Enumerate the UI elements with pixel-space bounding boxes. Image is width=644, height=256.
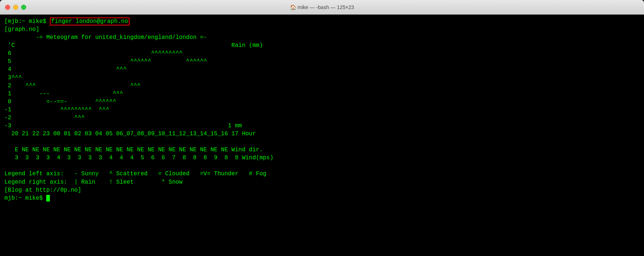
chart-label-line: 'C Rain (mm) bbox=[4, 41, 640, 49]
prompt-line: [mjb:~ mike$ finger london@graph.no bbox=[4, 17, 640, 25]
chart-line-6: 6 ^^^^^^^^^ bbox=[4, 49, 640, 57]
header-line: -= Meteogram for united_kingdom/england/… bbox=[4, 33, 640, 41]
blog-line: [Blog at http://0p.no] bbox=[4, 186, 640, 194]
chart-line-5: 5 ^^^^^^ ^^^^^^ bbox=[4, 57, 640, 65]
traffic-lights bbox=[5, 5, 26, 10]
graph-no-line: [graph.no] bbox=[4, 25, 640, 33]
cursor bbox=[46, 195, 50, 201]
final-prompt-line: mjb:~ mike$ bbox=[4, 194, 640, 202]
blank-line-2 bbox=[4, 162, 640, 170]
chart-line-neg3: -3 1 mm bbox=[4, 122, 640, 130]
close-button[interactable] bbox=[5, 5, 10, 10]
wind-speed-line: 3 3 3 3 4 3 3 3 3 4 4 4 5 6 6 7 8 8 8 9 … bbox=[4, 154, 640, 162]
blank-line-1 bbox=[4, 138, 640, 146]
chart-line-2: 2 ^^^ ^^^ bbox=[4, 82, 640, 90]
chart-line-neg1: -1 ^^^^^^^^^ ^^^ bbox=[4, 106, 640, 114]
minimize-button[interactable] bbox=[13, 5, 18, 10]
legend-left: Legend left axis: - Sunny ^ Scattered = … bbox=[4, 170, 640, 178]
legend-right: Legend right axis: | Rain ! Sleet * Snow bbox=[4, 178, 640, 186]
window-title: 🏠 mike — -bash — 125×23 bbox=[290, 4, 354, 10]
chart-line-4: 4 ^^^ bbox=[4, 65, 640, 73]
chart-line-neg2: -2 ^^^ bbox=[4, 114, 640, 122]
command-highlight: finger london@graph.no bbox=[50, 17, 130, 25]
maximize-button[interactable] bbox=[21, 5, 26, 10]
chart-line-0: 0 =--==- ^^^^^^ bbox=[4, 98, 640, 106]
titlebar: 🏠 mike — -bash — 125×23 bbox=[0, 0, 644, 15]
wind-dir-line: E NE NE NE NE NE NE NE NE NE NE NE NE NE… bbox=[4, 146, 640, 154]
chart-line-1: 1 --- ^^^ bbox=[4, 90, 640, 98]
prompt: [mjb:~ mike$ bbox=[4, 18, 50, 25]
chart-line-3: 3^^^ bbox=[4, 74, 640, 82]
hour-axis: 20 21 22 23 00 01 02 03 04 05 06_07_08_0… bbox=[4, 130, 640, 138]
terminal[interactable]: [mjb:~ mike$ finger london@graph.no [gra… bbox=[0, 15, 644, 256]
